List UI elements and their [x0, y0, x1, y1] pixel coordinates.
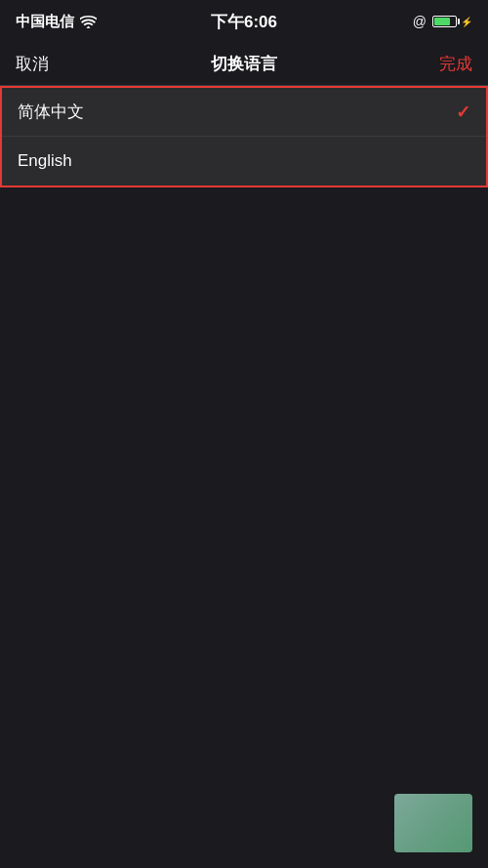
bottom-thumbnail	[394, 794, 472, 852]
cancel-button[interactable]: 取消	[16, 53, 49, 75]
language-item-simplified-chinese[interactable]: 简体中文 ✓	[2, 88, 486, 137]
language-label-english: English	[18, 151, 72, 171]
page-title: 切换语言	[211, 53, 277, 75]
at-icon: @	[413, 14, 427, 29]
language-label-simplified-chinese: 简体中文	[18, 101, 84, 123]
language-item-english[interactable]: English	[2, 137, 486, 186]
language-list: 简体中文 ✓ English	[0, 86, 488, 187]
nav-bar: 取消 切换语言 完成	[0, 43, 488, 86]
status-bar: 中国电信 下午6:06 @ ⚡	[0, 0, 488, 43]
carrier-label: 中国电信	[16, 13, 74, 31]
status-right-area: @ ⚡	[413, 14, 472, 29]
status-carrier-area: 中国电信	[16, 13, 97, 31]
status-time: 下午6:06	[211, 11, 277, 33]
wifi-icon	[80, 16, 97, 28]
checkmark-icon-simplified-chinese: ✓	[456, 102, 470, 123]
battery-icon: ⚡	[432, 16, 472, 27]
done-button[interactable]: 完成	[439, 53, 472, 75]
charge-icon: ⚡	[461, 17, 472, 27]
